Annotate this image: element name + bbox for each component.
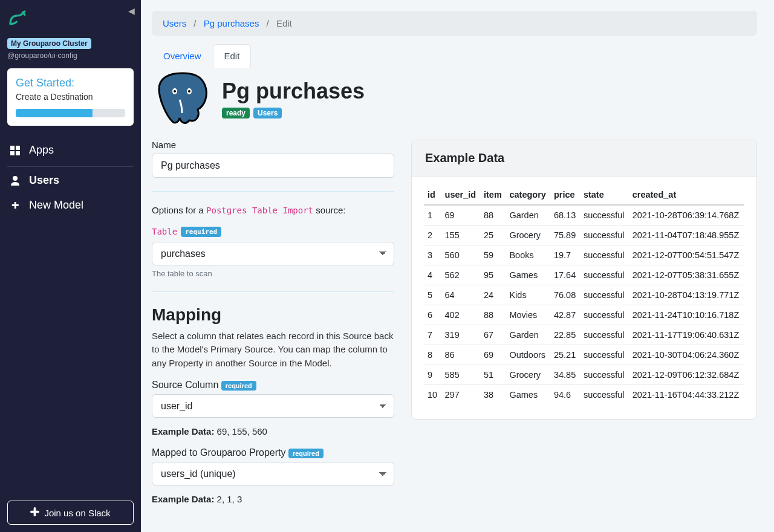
table-header: price bbox=[550, 185, 580, 205]
table-cell: 2021-12-09T06:12:32.684Z bbox=[629, 365, 744, 385]
sidebar-item-new-model[interactable]: ✚ New Model bbox=[7, 193, 134, 218]
table-cell: successful bbox=[580, 385, 629, 405]
join-slack-button[interactable]: Join us on Slack bbox=[7, 501, 134, 525]
table-row: 456295Games17.64successful2021-12-07T05:… bbox=[424, 265, 744, 285]
table-cell: 8 bbox=[424, 345, 441, 365]
grouparoo-logo-icon bbox=[7, 8, 28, 29]
table-header: state bbox=[580, 185, 629, 205]
table-cell: Garden bbox=[506, 325, 550, 345]
breadcrumb-sep: / bbox=[194, 18, 196, 28]
example-data-title: Example Data bbox=[412, 140, 756, 177]
sidebar-item-users[interactable]: Users bbox=[7, 168, 134, 193]
table-cell: Books bbox=[506, 245, 550, 265]
table-cell: Games bbox=[506, 265, 550, 285]
get-started-card[interactable]: Get Started: Create a Destination bbox=[7, 68, 134, 126]
table-cell: 19.7 bbox=[550, 245, 580, 265]
page-header: Pg purchases ready Users bbox=[152, 68, 757, 129]
example-data-table: iduser_iditemcategorypricestatecreated_a… bbox=[424, 185, 744, 404]
breadcrumb: Users / Pg purchases / Edit bbox=[152, 11, 757, 36]
svg-rect-1 bbox=[16, 146, 20, 150]
table-cell: 68.13 bbox=[550, 205, 580, 225]
table-cell: Games bbox=[506, 385, 550, 405]
plus-icon: ✚ bbox=[10, 200, 21, 211]
mapped-property-label: Mapped to Grouparoo Property required bbox=[152, 447, 394, 458]
table-cell: 76.08 bbox=[550, 285, 580, 305]
progress-bar bbox=[16, 109, 125, 117]
table-cell: 2021-10-28T06:39:14.768Z bbox=[629, 205, 744, 225]
table-header: id bbox=[424, 185, 441, 205]
table-row: 56424Kids76.08successful2021-10-28T04:13… bbox=[424, 285, 744, 305]
table-cell: 10 bbox=[424, 385, 441, 405]
page-title: Pg purchases bbox=[222, 79, 365, 104]
table-row: 356059Books19.7successful2021-12-07T00:5… bbox=[424, 245, 744, 265]
table-cell: 3 bbox=[424, 245, 441, 265]
sidebar: ◀ My Grouparoo Cluster @grouparoo/ui-con… bbox=[0, 0, 141, 532]
table-cell: 585 bbox=[441, 365, 480, 385]
divider bbox=[152, 191, 394, 192]
table-row: 215525Grocery75.89successful2021-11-04T0… bbox=[424, 225, 744, 245]
table-header: user_id bbox=[441, 185, 480, 205]
table-cell: successful bbox=[580, 205, 629, 225]
svg-rect-0 bbox=[10, 146, 15, 150]
table-cell: 88 bbox=[480, 305, 506, 325]
table-cell: 86 bbox=[441, 345, 480, 365]
table-cell: successful bbox=[580, 265, 629, 285]
table-cell: 2021-12-07T00:54:51.547Z bbox=[629, 245, 744, 265]
table-cell: 297 bbox=[441, 385, 480, 405]
options-label: Options for a Postgres Table Import sour… bbox=[152, 205, 394, 215]
table-row: 88669Outdoors25.21successful2021-10-30T0… bbox=[424, 345, 744, 365]
table-cell: 42.87 bbox=[550, 305, 580, 325]
table-cell: 25.21 bbox=[550, 345, 580, 365]
table-select[interactable]: purchases bbox=[152, 242, 394, 265]
main-content: Users / Pg purchases / Edit Overview Edi… bbox=[141, 0, 774, 532]
table-cell: 2021-12-07T05:38:31.655Z bbox=[629, 265, 744, 285]
tab-overview[interactable]: Overview bbox=[152, 44, 213, 68]
table-cell: 88 bbox=[480, 205, 506, 225]
table-row: 640288Movies42.87successful2021-11-24T10… bbox=[424, 305, 744, 325]
breadcrumb-link-source[interactable]: Pg purchases bbox=[204, 18, 259, 28]
postgres-icon bbox=[152, 68, 212, 129]
breadcrumb-sep: / bbox=[267, 18, 269, 28]
table-cell: Movies bbox=[506, 305, 550, 325]
table-cell: successful bbox=[580, 345, 629, 365]
table-cell: Grocery bbox=[506, 225, 550, 245]
source-example-data: Example Data: 69, 155, 560 bbox=[152, 426, 394, 436]
table-cell: 69 bbox=[441, 205, 480, 225]
table-header: item bbox=[480, 185, 506, 205]
status-badge-ready: ready bbox=[222, 108, 250, 118]
nav-divider bbox=[7, 166, 134, 167]
sidebar-item-apps[interactable]: Apps bbox=[7, 138, 134, 163]
tab-edit[interactable]: Edit bbox=[213, 44, 252, 68]
table-cell: 69 bbox=[480, 345, 506, 365]
name-input[interactable] bbox=[152, 154, 394, 178]
cluster-sub: @grouparoo/ui-config bbox=[7, 51, 134, 60]
table-cell: 560 bbox=[441, 245, 480, 265]
progress-fill bbox=[16, 109, 93, 117]
grid-icon bbox=[10, 146, 21, 155]
breadcrumb-link-users[interactable]: Users bbox=[163, 18, 186, 28]
sidebar-collapse-icon[interactable]: ◀ bbox=[128, 6, 135, 16]
table-cell: 2021-11-04T07:18:48.955Z bbox=[629, 225, 744, 245]
breadcrumb-current: Edit bbox=[276, 18, 292, 28]
table-header: category bbox=[506, 185, 550, 205]
sidebar-item-label: New Model bbox=[29, 199, 83, 212]
table-cell: Outdoors bbox=[506, 345, 550, 365]
svg-point-4 bbox=[13, 176, 18, 181]
table-cell: 24 bbox=[480, 285, 506, 305]
table-help-text: The table to scan bbox=[152, 269, 394, 278]
table-cell: successful bbox=[580, 285, 629, 305]
source-column-label: Source Column required bbox=[152, 380, 394, 391]
slack-icon bbox=[30, 507, 39, 518]
source-column-select[interactable]: user_id bbox=[152, 394, 394, 418]
table-cell: 59 bbox=[480, 245, 506, 265]
table-cell: 319 bbox=[441, 325, 480, 345]
table-cell: 94.6 bbox=[550, 385, 580, 405]
table-cell: Kids bbox=[506, 285, 550, 305]
required-badge: required bbox=[181, 227, 221, 237]
table-row: 731967Garden22.85successful2021-11-17T19… bbox=[424, 325, 744, 345]
get-started-subtitle: Create a Destination bbox=[16, 92, 125, 102]
table-cell: 1 bbox=[424, 205, 441, 225]
sidebar-item-label: Users bbox=[29, 174, 59, 187]
mapped-property-select[interactable]: users_id (unique) bbox=[152, 462, 394, 485]
table-cell: 4 bbox=[424, 265, 441, 285]
